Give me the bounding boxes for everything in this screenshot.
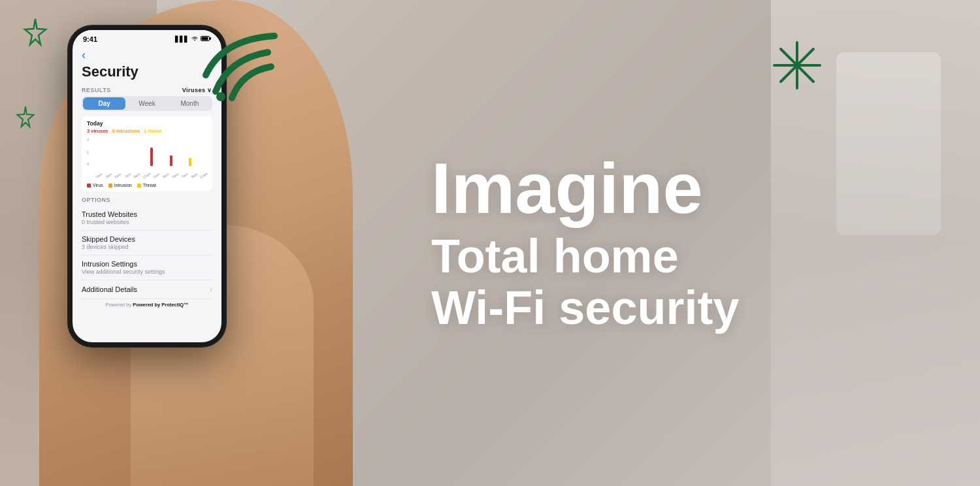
star-top-left-icon [20,16,51,54]
chart-legend: Virus Intrusion Threat [87,183,207,187]
chart-area: Today 3 viruses 0 Intrusions 1 threat 2 … [82,116,212,191]
phone-section: 9:41 ▋▋▋ [0,0,405,486]
option-skipped-title: Skipped Devices [82,235,212,243]
option-trusted-title: Trusted Websites [82,210,212,218]
results-text: RESULTS [82,87,111,93]
option-trusted-websites[interactable]: Trusted Websites 0 trusted websites [82,206,212,231]
option-intrusion-settings[interactable]: Intrusion Settings View additional secur… [82,255,212,280]
option-additional-content: Additional Details [82,285,137,294]
imagine-heading: Imagine [431,152,928,224]
status-time: 9:41 [83,35,97,43]
sparkle-decoration [771,39,823,94]
bar-group-8 [170,155,179,166]
wifi-decorative-icon [196,20,294,114]
option-additional-title: Additional Details [82,285,137,293]
svg-point-3 [216,92,225,101]
star-mid-left-icon [13,105,38,135]
chart-today-label: Today [87,120,207,127]
threat-count: 1 threat [144,128,161,134]
legend-virus-label: Virus [93,183,103,187]
virus-count: 3 viruses [87,128,108,134]
legend-intrusion: Intrusion [108,183,132,187]
page-title: Security [82,63,212,80]
option-trusted-sub: 0 trusted websites [82,219,212,225]
signal-icon: ▋▋▋ [175,36,189,42]
option-skipped-devices[interactable]: Skipped Devices 3 devices skipped [82,231,212,255]
tab-week[interactable]: Week [125,97,168,110]
text-section: Imagine Total home Wi-Fi security [405,0,980,486]
legend-intrusion-label: Intrusion [114,183,132,187]
powered-by: Powered by Powered by ProtectIQ™ [82,299,212,310]
legend-virus: Virus [87,183,103,187]
option-intrusion-title: Intrusion Settings [82,260,212,268]
legend-threat: Threat [137,183,156,187]
tagline-line2: Wi-Fi security [431,282,928,334]
main-content: 9:41 ▋▋▋ [0,0,980,486]
bar-group-10 [189,158,198,166]
results-label: RESULTS Viruses ∨ [82,87,212,93]
tagline-line1: Total home [431,231,928,282]
legend-threat-label: Threat [143,183,156,187]
legend-threat-dot [137,184,141,187]
option-skipped-sub: 3 devices skipped [82,244,212,250]
chart-x-labels: 1am 3am 5am 7am 9am 11am 1am 3am 5am 7am… [93,174,207,178]
option-additional-details[interactable]: Additional Details › [82,280,212,299]
legend-intrusion-dot [108,184,112,187]
bar-chart: 2 1 0 [87,138,207,174]
tagline-text: Total home Wi-Fi security [431,231,928,334]
bars-container [93,138,207,166]
options-label: OPTIONS [82,197,212,203]
bar-group-6 [150,148,159,166]
chevron-right-icon: › [210,285,212,294]
legend-virus-dot [87,184,91,187]
tab-bar: Day Week Month [82,96,212,111]
chart-stats: 3 viruses 0 Intrusions 1 threat [87,128,207,134]
chart-y-axis: 2 1 0 [87,138,92,166]
tab-day[interactable]: Day [83,97,125,110]
back-button[interactable]: ‹ [82,48,212,62]
intrusion-count: 0 Intrusions [112,128,140,134]
option-intrusion-sub: View additional security settings [82,268,212,275]
